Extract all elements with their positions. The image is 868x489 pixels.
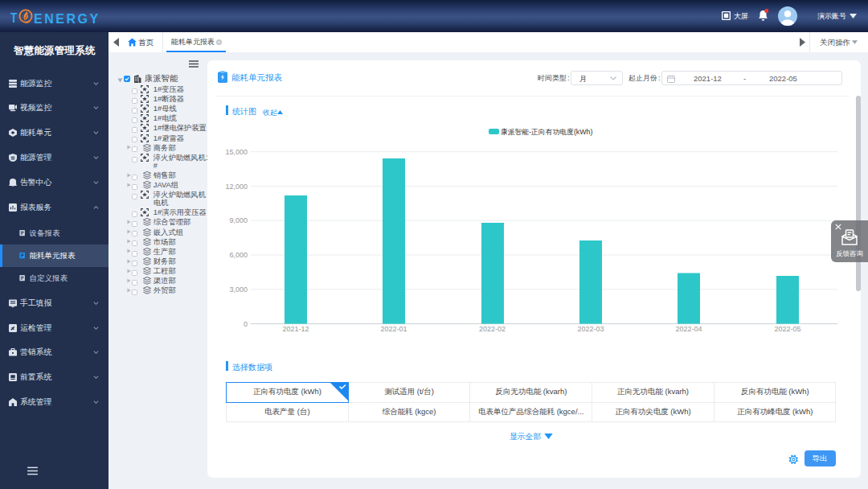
svg-text:2022-04: 2022-04: [675, 325, 702, 333]
svg-text:2022-03: 2022-03: [577, 325, 604, 333]
svg-text:9,000: 9,000: [229, 216, 248, 224]
svg-text:2022-01: 2022-01: [380, 325, 407, 333]
svg-text:2022-05: 2022-05: [774, 325, 800, 333]
svg-text:15,000: 15,000: [225, 148, 248, 156]
svg-text:2022-02: 2022-02: [479, 325, 506, 333]
svg-text:6,000: 6,000: [229, 251, 248, 259]
svg-text:0: 0: [244, 320, 248, 328]
svg-text:3,000: 3,000: [229, 286, 248, 294]
svg-text:12,000: 12,000: [225, 183, 248, 191]
svg-text:2021-12: 2021-12: [282, 325, 309, 333]
